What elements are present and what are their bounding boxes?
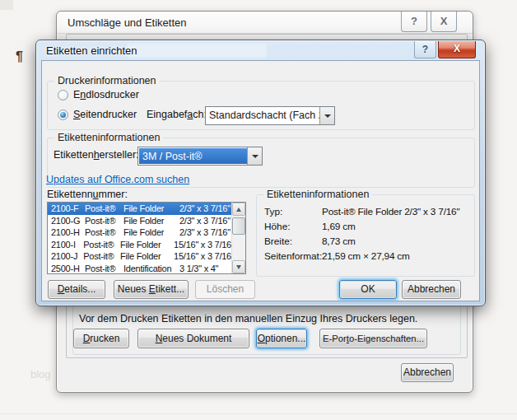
print-button[interactable]: Drucken: [73, 329, 129, 348]
help-button[interactable]: ?: [401, 12, 427, 32]
cancel-button-envelopes[interactable]: Abbrechen: [401, 363, 454, 382]
type-label: Typ:: [264, 206, 282, 217]
vendor-label: Etikettenhersteller:: [54, 149, 139, 161]
tray-combobox-value: Standardschacht (Fach 2): [206, 107, 319, 124]
scroll-up-icon: [236, 208, 241, 212]
scroll-down-icon: [236, 265, 241, 269]
tray-combobox[interactable]: Standardschacht (Fach 2): [205, 106, 335, 125]
cancel-button[interactable]: Abbrechen: [402, 280, 461, 299]
help-icon: ?: [422, 44, 428, 55]
office-updates-link[interactable]: Updates auf Office.com suchen: [46, 174, 189, 185]
envelopes-dialog-title: Umschläge und Etiketten: [68, 16, 187, 29]
label-details-group-title: Etiketteninformationen: [263, 189, 372, 200]
page-size-label: Seitenformat:: [264, 250, 322, 262]
options-button[interactable]: Optionen...: [256, 329, 307, 348]
page-printer-label[interactable]: Seitendrucker: [73, 109, 137, 120]
vendor-combobox[interactable]: 3M / Post-it®: [137, 147, 263, 166]
tray-label: Eingabefach:: [147, 109, 207, 120]
printer-info-group-title: Druckerinformationen: [54, 75, 160, 86]
scroll-up-button[interactable]: [232, 203, 245, 216]
page-divider: [0, 413, 517, 414]
continuous-printer-label[interactable]: Endlosdrucker: [73, 89, 139, 100]
label-number-label: Etikettennummer:: [47, 189, 128, 200]
vendor-combobox-value: 3M / Post-it®: [139, 148, 247, 164]
chevron-down-icon: [324, 114, 331, 118]
close-button[interactable]: X: [438, 41, 476, 58]
chevron-down-icon: [252, 155, 258, 158]
scroll-down-button[interactable]: [232, 260, 245, 273]
details-button[interactable]: Details...: [48, 280, 105, 299]
delete-button: Löschen: [195, 280, 255, 299]
list-item[interactable]: 2100-JPost-it®File Folder15/16" x 3 7/16: [48, 250, 231, 263]
list-item[interactable]: 2100-HPost-it®File Folder2/3" x 3 7/16": [48, 226, 231, 239]
height-value: 1,69 cm: [322, 221, 356, 232]
epostage-properties-button[interactable]: E-Porto-Eigenschaften...: [319, 329, 427, 348]
new-document-button[interactable]: Neues Dokument: [137, 329, 249, 348]
height-label: Höhe:: [264, 221, 290, 232]
list-item[interactable]: 2100-FPost-it®File Folder2/3" x 3 7/16": [48, 203, 231, 215]
word-document-background: ¶ blog Umschläge und Etiketten ? X Vor d…: [0, 0, 517, 420]
list-item[interactable]: 2100-GPost-it®File Folder2/3" x 3 7/16": [48, 215, 231, 227]
pilcrow-mark: ¶: [16, 49, 23, 64]
list-item[interactable]: 2100-IPost-it®File Folder15/16" x 3 7/16: [48, 239, 231, 251]
continuous-printer-radio[interactable]: [58, 90, 68, 100]
page-size-value: 21,59 cm × 27,94 cm: [322, 250, 410, 262]
label-options-dialog: Etiketten einrichten ? X Druckerinformat…: [35, 40, 486, 306]
label-number-listbox[interactable]: 2100-FPost-it®File Folder2/3" x 3 7/16" …: [47, 202, 246, 274]
label-options-client-area: Druckerinformationen Endlosdrucker Seite…: [41, 60, 480, 301]
tray-combobox-dropdown-button[interactable]: [319, 107, 334, 124]
label-info-group-title: Etiketteninformationen: [54, 132, 163, 143]
close-icon: X: [454, 43, 460, 54]
help-icon: ?: [411, 15, 417, 27]
list-item[interactable]: 2500-HPost-it®Identification3 1/3" x 4": [48, 263, 231, 274]
feed-instruction-text: Vor dem Drucken Etiketten in den manuell…: [79, 313, 417, 324]
document-corner: [0, 0, 13, 10]
new-label-button[interactable]: Neues Etikett...: [114, 280, 189, 299]
titlebar-glass-reflection: [127, 44, 267, 58]
width-value: 8,73 cm: [322, 236, 356, 247]
watermark-text: blog: [30, 368, 51, 380]
vendor-combobox-dropdown-button[interactable]: [247, 147, 262, 165]
help-button[interactable]: ?: [414, 41, 436, 58]
page-printer-radio[interactable]: [58, 110, 68, 120]
close-button[interactable]: X: [431, 12, 457, 32]
listbox-scrollbar[interactable]: [231, 203, 245, 273]
scrollbar-thumb[interactable]: [232, 217, 245, 235]
close-icon: X: [440, 15, 448, 27]
width-label: Breite:: [264, 236, 292, 247]
label-details-group: Etiketteninformationen Typ: Post-it® Fil…: [256, 194, 475, 277]
ok-button[interactable]: OK: [339, 280, 397, 299]
label-options-title: Etiketten einrichten: [46, 44, 137, 57]
type-value: Post-it® File Folder 2/3" x 3 7/16": [322, 206, 459, 217]
